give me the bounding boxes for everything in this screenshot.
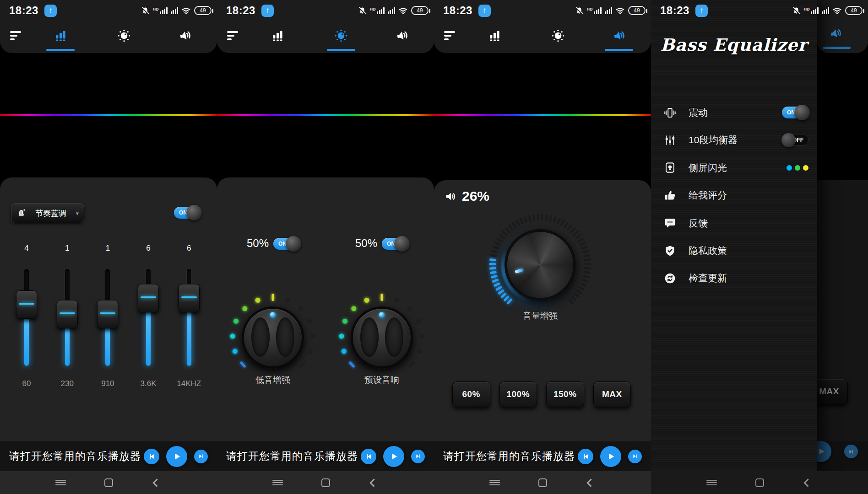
status-time: 18:23 — [443, 4, 472, 17]
volume-tick — [583, 275, 590, 279]
skip-previous-button[interactable] — [361, 449, 376, 464]
recents-button[interactable] — [271, 477, 283, 489]
ten-band-toggle[interactable]: OFF — [782, 134, 808, 146]
home-button[interactable] — [754, 477, 765, 489]
menu-item-0[interactable]: 震动ON — [651, 99, 817, 126]
dial-dot — [339, 333, 344, 338]
home-icon — [104, 478, 113, 487]
volume-knob[interactable] — [505, 229, 576, 301]
hd-signal-icon: HD — [587, 7, 602, 14]
back-icon — [803, 478, 812, 487]
thumb-accent-line — [100, 312, 115, 314]
battery-percent: 49 — [200, 7, 206, 14]
home-button[interactable] — [537, 477, 548, 489]
menu-item-1[interactable]: 10段均衡器OFF — [651, 126, 817, 154]
effects-knob-icon — [335, 29, 347, 42]
back-button[interactable] — [585, 477, 597, 489]
knob-grip — [276, 317, 294, 357]
menu-item-5[interactable]: 隐私政策 — [651, 237, 817, 264]
back-button[interactable] — [802, 477, 814, 489]
toggle-knob — [794, 105, 810, 120]
menu-item-3[interactable]: 给我评分 — [651, 182, 817, 209]
volume-preset-100pct[interactable]: 100% — [499, 381, 537, 407]
virtualizer-knob[interactable] — [351, 306, 413, 369]
tab-volume[interactable] — [605, 21, 633, 50]
back-button[interactable] — [151, 477, 163, 489]
menu-item-label: 侧屏闪光 — [689, 161, 727, 174]
speaker-icon — [611, 27, 627, 44]
play-button[interactable] — [600, 446, 621, 467]
equalizer-bars-icon — [488, 30, 501, 42]
thumb-accent-line — [60, 312, 75, 314]
status-icons: HD 49 — [575, 6, 646, 16]
recents-button[interactable] — [54, 477, 66, 489]
vibration-toggle[interactable]: ON — [782, 107, 808, 118]
play-button[interactable] — [383, 446, 404, 467]
band-gain-value: 6 — [128, 244, 169, 253]
skip-next-button[interactable] — [411, 450, 425, 463]
tab-menu[interactable] — [435, 21, 464, 50]
band-slider-track[interactable] — [146, 269, 151, 366]
recents-icon — [272, 478, 283, 487]
home-button[interactable] — [103, 477, 114, 489]
status-icons: HD 49 — [141, 6, 212, 16]
tab-menu[interactable] — [218, 21, 247, 50]
volume-card: 26% 音量增强 60%100%150%MAX — [434, 180, 651, 441]
recents-button[interactable] — [705, 477, 717, 489]
tab-equalizer[interactable] — [480, 21, 509, 50]
wifi-icon — [832, 6, 842, 16]
volume-preset-60pct[interactable]: 60% — [452, 381, 490, 407]
player-hint: 请打开您常用的音乐播放器 — [9, 449, 141, 463]
skip-previous-button[interactable] — [578, 449, 593, 464]
tab-effects[interactable] — [544, 21, 572, 50]
band-slider-thumb[interactable] — [138, 284, 159, 312]
battery-icon: 49 — [628, 6, 646, 15]
play-button[interactable] — [166, 446, 187, 467]
tab-equalizer[interactable] — [263, 21, 292, 50]
tab-menu[interactable] — [1, 21, 30, 50]
menu-item-6[interactable]: 检查更新 — [651, 264, 817, 292]
screen-bass-boost: 18:23 ↑ HD 49 50% ON — [217, 0, 434, 494]
menu-item-control[interactable] — [787, 165, 808, 171]
volume-preset-150pct[interactable]: 150% — [546, 381, 584, 407]
recents-icon — [706, 478, 717, 487]
bass-boost-knob[interactable] — [242, 306, 304, 369]
volume-tick — [541, 214, 544, 220]
bass-boost-toggle[interactable]: ON — [273, 238, 300, 250]
battery-percent: 49 — [417, 7, 423, 14]
tab-equalizer[interactable] — [46, 21, 75, 50]
menu-item-4[interactable]: 反馈 — [651, 209, 817, 237]
vibrate-icon — [663, 106, 677, 119]
dial-dot — [297, 305, 304, 312]
tab-volume[interactable] — [171, 21, 199, 50]
bass-boost-percent: 50% — [234, 237, 269, 250]
menu-item-2[interactable]: 侧屏闪光 — [651, 154, 817, 182]
volume-preset-max[interactable]: MAX — [593, 381, 631, 407]
play-icon — [389, 451, 399, 462]
tab-effects[interactable] — [327, 21, 355, 50]
play-icon — [172, 451, 182, 462]
back-button[interactable] — [368, 477, 380, 489]
volume-tick — [489, 258, 496, 262]
band-slider-thumb[interactable] — [16, 290, 37, 319]
home-button[interactable] — [320, 477, 331, 489]
skip-next-button[interactable] — [628, 450, 642, 463]
tab-effects[interactable] — [110, 21, 138, 50]
android-nav-bar — [0, 471, 217, 494]
band-slider-track[interactable] — [187, 269, 191, 366]
band-slider-thumb[interactable] — [97, 300, 118, 328]
skip-next-button[interactable] — [194, 450, 208, 463]
band-slider-thumb[interactable] — [57, 300, 78, 328]
status-time: 18:23 — [226, 4, 255, 17]
virtualizer-toggle[interactable]: ON — [382, 238, 408, 250]
battery-percent: 49 — [634, 7, 640, 14]
band-slider-thumb[interactable] — [179, 284, 200, 312]
dial-dot — [406, 305, 413, 312]
tab-volume[interactable] — [388, 21, 416, 50]
app-header: 18:23 ↑ HD 49 — [0, 0, 217, 53]
equalizer-card: 节奏蓝调 ▾ ON 4601230191063.6K614KHZ — [0, 177, 217, 441]
skip-previous-button[interactable] — [144, 449, 159, 464]
battery-percent: 49 — [851, 7, 857, 14]
effects-knob-icon — [118, 29, 130, 42]
recents-button[interactable] — [488, 477, 500, 489]
